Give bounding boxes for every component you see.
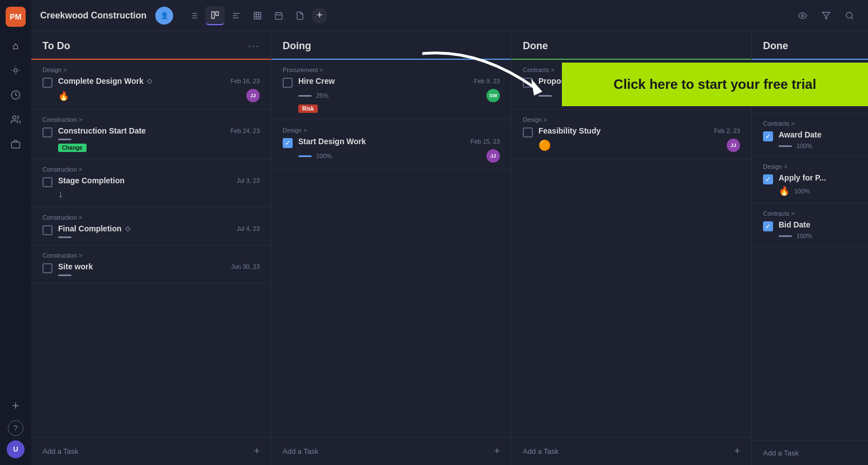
task-checkbox[interactable]	[42, 78, 53, 88]
task-checkbox[interactable]: ✓	[763, 221, 773, 231]
task-date: Feb 15, 23	[470, 138, 500, 145]
add-icon: +	[254, 445, 260, 457]
sidebar: PM ⌂ + ? U	[0, 0, 31, 465]
task-date: Jul 3, 23	[236, 177, 260, 184]
task-progress: 25%	[316, 92, 328, 99]
svg-rect-10	[212, 12, 214, 18]
table-row[interactable]: Design > ✓ Apply for P... 🔥 100%	[752, 156, 868, 203]
topbar-right-icons	[793, 6, 859, 25]
progress-bar	[298, 155, 312, 157]
column-todo-title: To Do	[42, 40, 70, 52]
task-checkbox[interactable]	[42, 263, 53, 273]
task-title: Award Date	[779, 130, 857, 139]
column-todo-tasks: Design > Complete Design Work ◇ Feb 16, …	[31, 60, 271, 437]
sidebar-item-portfolio[interactable]	[6, 134, 26, 154]
sidebar-add-button[interactable]: +	[6, 396, 26, 416]
sidebar-item-notifications[interactable]	[6, 60, 26, 80]
column-done2-title: Done	[763, 40, 788, 52]
task-checkbox[interactable]	[523, 78, 533, 88]
table-view-icon[interactable]	[248, 6, 267, 25]
progress-bar	[58, 139, 71, 140]
cta-banner[interactable]: Click here to start your free trial	[562, 63, 868, 106]
watch-icon[interactable]	[793, 6, 812, 25]
user-avatar[interactable]: U	[7, 440, 25, 458]
task-date: Feb 24, 23	[230, 127, 260, 134]
table-row[interactable]: Design > ✓ Start Design Work Feb 15, 23 …	[271, 120, 511, 170]
docs-view-icon[interactable]	[290, 6, 309, 25]
column-done2-header: Done	[752, 31, 868, 60]
column-todo: To Do ··· Design > Complete Design Work …	[31, 31, 271, 465]
column-done-header: Done	[512, 31, 751, 60]
progress-bar	[538, 95, 552, 97]
svg-marker-25	[822, 12, 829, 19]
task-breadcrumb: Construction >	[42, 252, 260, 259]
sidebar-help-button[interactable]: ?	[8, 420, 23, 436]
add-task-button[interactable]: Add a Task +	[512, 437, 751, 465]
add-task-button[interactable]: Add a Task +	[271, 437, 511, 465]
table-row[interactable]: Construction > Final Completion ◇ Jul 4,…	[31, 207, 271, 245]
task-checkbox[interactable]	[42, 177, 53, 187]
task-checkbox[interactable]: ✓	[763, 174, 773, 184]
column-done-tasks: Contracts > Proposals Jan 23, 23 MS	[512, 60, 751, 437]
gantt-view-icon[interactable]	[227, 6, 246, 25]
search-icon[interactable]	[840, 6, 859, 25]
task-title: Site work	[58, 262, 93, 271]
task-checkbox[interactable]: ✓	[283, 138, 293, 148]
add-icon: +	[494, 445, 500, 457]
task-title: Final Completion ◇	[58, 224, 130, 233]
diamond-icon: ◇	[125, 225, 130, 232]
filter-icon[interactable]	[817, 6, 836, 25]
list-view-icon[interactable]	[184, 6, 203, 25]
board-view-icon[interactable]	[206, 6, 225, 25]
fire-icon: 🔥	[779, 186, 790, 196]
sidebar-item-home[interactable]: ⌂	[6, 36, 26, 56]
project-avatar: 👤	[155, 7, 173, 25]
progress-bar	[298, 95, 312, 97]
svg-rect-20	[275, 12, 282, 19]
svg-point-2	[13, 116, 16, 119]
add-task-button[interactable]: Add a Task	[752, 440, 868, 465]
task-assignee: JJ	[727, 139, 740, 152]
table-row[interactable]: Design > Complete Design Work ◇ Feb 16, …	[31, 60, 271, 110]
column-done2-tasks: Contracts > ✓ Documents ▲ 100% Issue Ris…	[752, 60, 868, 440]
task-title: Hire Crew	[298, 77, 335, 86]
task-date: Feb 16, 23	[230, 78, 260, 84]
task-progress: 100%	[797, 232, 812, 239]
add-view-button[interactable]: +	[312, 8, 327, 23]
table-row[interactable]: Procurement > Hire Crew Feb 9, 23 25%	[271, 60, 511, 120]
table-row[interactable]: Design > Feasibility Study Feb 2, 23 🟠 J…	[512, 110, 751, 159]
task-breadcrumb: Construction >	[42, 116, 260, 123]
column-todo-menu[interactable]: ···	[248, 40, 260, 52]
column-doing: Doing Procurement > Hire Crew Feb 9, 23	[271, 31, 512, 465]
svg-rect-11	[216, 12, 219, 16]
column-todo-header: To Do ···	[31, 31, 271, 60]
sidebar-item-people[interactable]	[6, 110, 26, 130]
svg-rect-15	[254, 12, 261, 19]
table-row[interactable]: Construction > Construction Start Date F…	[31, 110, 271, 159]
task-breadcrumb: Design >	[283, 127, 500, 134]
table-row[interactable]: Construction > Stage Completion Jul 3, 2…	[31, 159, 271, 207]
status-badge: Change	[58, 144, 87, 152]
task-breadcrumb: Contracts >	[763, 120, 857, 127]
task-breadcrumb: Construction >	[42, 214, 260, 221]
task-date: Jun 30, 23	[231, 263, 260, 270]
sidebar-item-time[interactable]	[6, 85, 26, 105]
table-row[interactable]: Contracts > ✓ Bid Date 100%	[752, 203, 868, 246]
table-row[interactable]: Construction > Site work Jun 30, 23	[31, 245, 271, 283]
table-row[interactable]: Contracts > ✓ Award Date 100%	[752, 113, 868, 156]
task-title: Complete Design Work ◇	[58, 77, 152, 86]
task-checkbox[interactable]	[42, 225, 53, 235]
task-checkbox[interactable]: ✓	[763, 131, 773, 141]
app-logo: PM	[6, 7, 26, 27]
add-task-button[interactable]: Add a Task +	[31, 437, 271, 465]
task-checkbox[interactable]	[523, 127, 533, 137]
calendar-view-icon[interactable]	[269, 6, 288, 25]
task-checkbox[interactable]	[283, 78, 293, 88]
task-breadcrumb: Design >	[763, 163, 857, 170]
status-badge: Risk	[298, 105, 318, 113]
task-breadcrumb: Contracts >	[763, 210, 857, 217]
task-checkbox[interactable]	[42, 127, 53, 137]
priority-down-icon: ↓	[58, 188, 63, 200]
task-date: Feb 2, 23	[714, 127, 740, 134]
task-title: Apply for P...	[779, 173, 857, 182]
